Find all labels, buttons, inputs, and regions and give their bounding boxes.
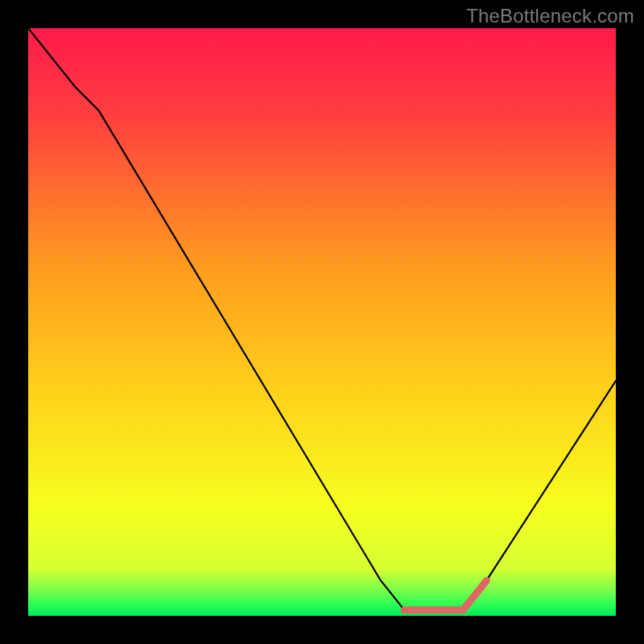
gradient-background bbox=[28, 28, 616, 616]
plot-area bbox=[28, 28, 616, 616]
bottleneck-curve-chart bbox=[28, 28, 616, 616]
chart-frame: TheBottleneck.com bbox=[0, 0, 644, 644]
watermark-text: TheBottleneck.com bbox=[466, 5, 634, 27]
